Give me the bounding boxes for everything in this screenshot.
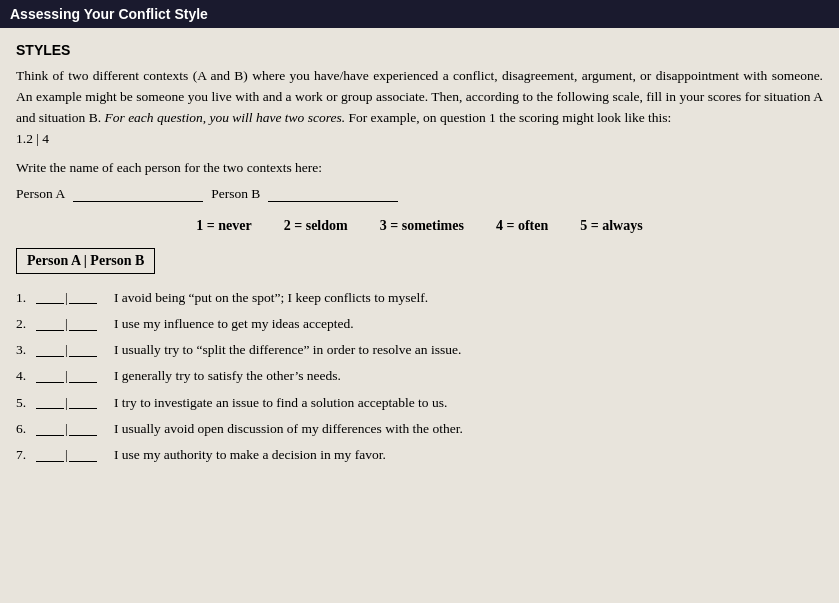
- q-number-2: 2.: [16, 314, 36, 334]
- q-number-7: 7.: [16, 445, 36, 465]
- questions-list: 1. | I avoid being “put on the spot”; I …: [16, 288, 823, 466]
- q-underline-a-7[interactable]: [36, 448, 64, 462]
- q-sep-3: |: [65, 340, 68, 360]
- q-field-7: |: [36, 445, 106, 465]
- q-underline-b-3[interactable]: [69, 343, 97, 357]
- intro-example: 1.2 | 4: [16, 131, 49, 146]
- q-underline-a-4[interactable]: [36, 369, 64, 383]
- q-underline-a-6[interactable]: [36, 422, 64, 436]
- section-label: STYLES: [16, 42, 823, 58]
- intro-text-part2: For example, on question 1 the scoring m…: [348, 110, 671, 125]
- q-underline-b-5[interactable]: [69, 395, 97, 409]
- q-underline-a-2[interactable]: [36, 317, 64, 331]
- person-a-label: Person A: [16, 186, 65, 202]
- q-field-4: |: [36, 366, 106, 386]
- q-number-4: 4.: [16, 366, 36, 386]
- q-field-2: |: [36, 314, 106, 334]
- q-text-3: I usually try to “split the difference” …: [114, 340, 823, 360]
- person-a-field[interactable]: [73, 186, 203, 202]
- question-item: 5. | I try to investigate an issue to fi…: [16, 393, 823, 413]
- q-underline-b-4[interactable]: [69, 369, 97, 383]
- title-bar: Assessing Your Conflict Style: [0, 0, 839, 28]
- q-sep-6: |: [65, 419, 68, 439]
- question-item: 1. | I avoid being “put on the spot”; I …: [16, 288, 823, 308]
- q-number-1: 1.: [16, 288, 36, 308]
- q-sep-5: |: [65, 393, 68, 413]
- scale-item-1: 1 = never: [196, 218, 251, 234]
- q-sep-2: |: [65, 314, 68, 334]
- person-ab-label: Person A | Person B: [16, 248, 155, 274]
- question-item: 4. | I generally try to satisfy the othe…: [16, 366, 823, 386]
- q-field-1: |: [36, 288, 106, 308]
- question-item: 6. | I usually avoid open discussion of …: [16, 419, 823, 439]
- content-area: STYLES Think of two different contexts (…: [0, 28, 839, 487]
- q-underline-a-3[interactable]: [36, 343, 64, 357]
- q-sep-1: |: [65, 288, 68, 308]
- page-container: Assessing Your Conflict Style STYLES Thi…: [0, 0, 839, 603]
- person-b-label: Person B: [211, 186, 260, 202]
- q-underline-b-6[interactable]: [69, 422, 97, 436]
- q-underline-a-1[interactable]: [36, 290, 64, 304]
- q-text-2: I use my influence to get my ideas accep…: [114, 314, 823, 334]
- question-item: 3. | I usually try to “split the differe…: [16, 340, 823, 360]
- write-name-text: Write the name of each person for the tw…: [16, 160, 823, 176]
- scale-row: 1 = never 2 = seldom 3 = sometimes 4 = o…: [16, 218, 823, 234]
- title-text: Assessing Your Conflict Style: [10, 6, 208, 22]
- intro-paragraph: Think of two different contexts (A and B…: [16, 66, 823, 150]
- scale-item-3: 3 = sometimes: [380, 218, 464, 234]
- q-field-3: |: [36, 340, 106, 360]
- q-number-3: 3.: [16, 340, 36, 360]
- q-underline-b-2[interactable]: [69, 317, 97, 331]
- q-text-4: I generally try to satisfy the other’s n…: [114, 366, 823, 386]
- person-line: Person A Person B: [16, 186, 823, 202]
- intro-italic: For each question, you will have two sco…: [105, 110, 346, 125]
- q-text-6: I usually avoid open discussion of my di…: [114, 419, 823, 439]
- q-number-6: 6.: [16, 419, 36, 439]
- q-text-1: I avoid being “put on the spot”; I keep …: [114, 288, 823, 308]
- scale-item-5: 5 = always: [580, 218, 642, 234]
- scale-item-2: 2 = seldom: [284, 218, 348, 234]
- person-b-field[interactable]: [268, 186, 398, 202]
- q-underline-b-1[interactable]: [69, 290, 97, 304]
- q-underline-a-5[interactable]: [36, 395, 64, 409]
- question-item: 7. | I use my authority to make a decisi…: [16, 445, 823, 465]
- q-text-5: I try to investigate an issue to find a …: [114, 393, 823, 413]
- scale-item-4: 4 = often: [496, 218, 548, 234]
- q-text-7: I use my authority to make a decision in…: [114, 445, 823, 465]
- question-item: 2. | I use my influence to get my ideas …: [16, 314, 823, 334]
- q-field-6: |: [36, 419, 106, 439]
- person-ab-box: Person A | Person B: [16, 248, 823, 288]
- q-sep-7: |: [65, 445, 68, 465]
- q-sep-4: |: [65, 366, 68, 386]
- q-number-5: 5.: [16, 393, 36, 413]
- q-underline-b-7[interactable]: [69, 448, 97, 462]
- q-field-5: |: [36, 393, 106, 413]
